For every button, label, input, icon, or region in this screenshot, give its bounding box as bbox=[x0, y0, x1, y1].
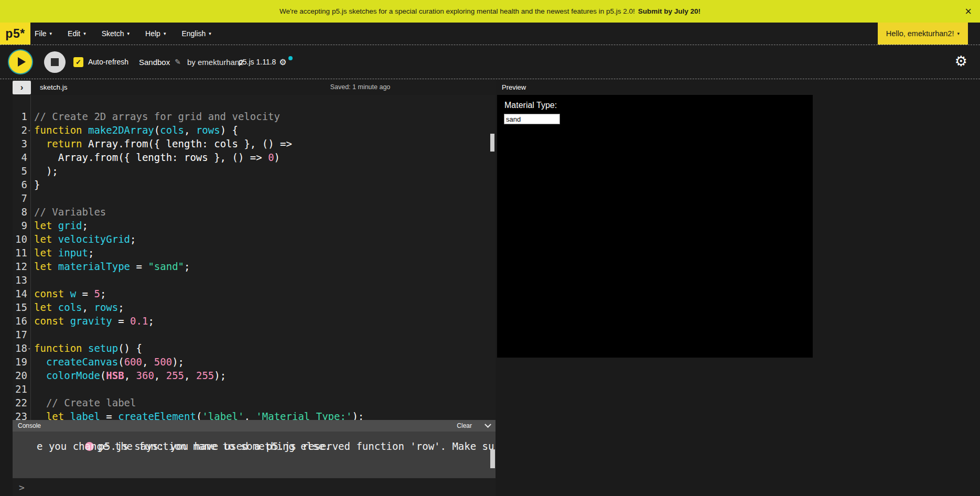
line-number: 3 bbox=[13, 137, 27, 150]
line-number: 7 bbox=[13, 191, 27, 205]
code-text: let input; bbox=[27, 246, 94, 260]
sketch-author-link[interactable]: by emekturhan2 bbox=[187, 58, 244, 67]
line-number: 19 bbox=[13, 355, 27, 369]
console-title: Console bbox=[18, 422, 41, 429]
console-collapse-chevron-icon[interactable] bbox=[484, 421, 491, 428]
console-message-line: + More info: https://p5js.org/reference/… bbox=[37, 467, 496, 478]
version-info: p5.js 1.11.8 ⚙ bbox=[239, 46, 293, 78]
menu-sketch-label: Sketch bbox=[102, 29, 124, 38]
code-text: // Variables bbox=[27, 205, 106, 219]
menu-help-label: Help bbox=[145, 29, 160, 38]
menu-help[interactable]: Help ▾ bbox=[145, 29, 166, 38]
line-number: 11 bbox=[13, 246, 27, 260]
line-number: 1 bbox=[13, 110, 27, 123]
sidebar-expand-button[interactable]: › bbox=[13, 81, 31, 94]
console-panel: Console Clear p5.js says: you have used … bbox=[13, 420, 496, 478]
code-text: const w = 5; bbox=[27, 287, 106, 300]
fold-arrow-icon[interactable]: ▾ bbox=[28, 124, 30, 137]
material-type-label: Material Type: bbox=[504, 101, 557, 110]
code-text: createCanvas(600, 500); bbox=[27, 355, 184, 369]
auto-refresh-control: ✓ Auto-refresh bbox=[73, 46, 128, 78]
menu-file[interactable]: File ▾ bbox=[35, 29, 52, 38]
editor-scrollbar[interactable] bbox=[490, 134, 494, 152]
banner-cta-link[interactable]: Submit by July 20! bbox=[638, 7, 701, 15]
code-line[interactable]: 22 // Create label bbox=[13, 396, 489, 409]
menu-language[interactable]: English ▾ bbox=[181, 29, 211, 38]
code-line[interactable]: 1// Create 2D arrays for grid and veloci… bbox=[13, 110, 489, 123]
menu-list: File ▾ Edit ▾ Sketch ▾ Help ▾ English ▾ bbox=[35, 23, 211, 45]
line-number: 4 bbox=[13, 150, 27, 164]
code-line[interactable]: 12let materialType = "sand"; bbox=[13, 260, 489, 273]
code-text: let label = createElement('label', 'Mate… bbox=[27, 409, 364, 420]
code-line[interactable]: 14const w = 5; bbox=[13, 287, 489, 300]
fold-arrow-icon[interactable]: ▾ bbox=[28, 342, 30, 355]
p5-version-label: p5.js 1.11.8 bbox=[239, 58, 276, 66]
line-number: 16 bbox=[13, 314, 27, 328]
code-line[interactable]: 17 bbox=[13, 328, 489, 341]
code-line[interactable]: 5 ); bbox=[13, 164, 489, 178]
line-number: 20 bbox=[13, 369, 27, 382]
chevron-down-icon: ▾ bbox=[50, 31, 52, 36]
account-dropdown-button[interactable]: Hello, emekturhan2! ▾ bbox=[878, 23, 968, 45]
code-text: colorMode(HSB, 360, 255, 255); bbox=[27, 369, 226, 382]
line-number: 2 bbox=[13, 123, 27, 137]
line-number: 21 bbox=[13, 382, 27, 396]
code-line[interactable]: 8// Variables bbox=[13, 205, 489, 219]
line-number: 9 bbox=[13, 219, 27, 232]
code-text bbox=[27, 382, 34, 396]
menu-file-label: File bbox=[35, 29, 47, 38]
code-line[interactable]: 11let input; bbox=[13, 246, 489, 260]
sketch-info: Sandbox ✎ by emekturhan2 bbox=[139, 46, 244, 78]
tab-sketch-js[interactable]: sketch.js bbox=[40, 79, 68, 95]
menu-edit[interactable]: Edit ▾ bbox=[68, 29, 86, 38]
code-text: function make2DArray(cols, rows) { bbox=[27, 123, 238, 137]
code-line[interactable]: 4 Array.from({ length: rows }, () => 0) bbox=[13, 150, 489, 164]
code-line[interactable]: 10let velocityGrid; bbox=[13, 232, 489, 246]
play-button[interactable] bbox=[9, 50, 32, 73]
code-text: let cols, rows; bbox=[27, 300, 124, 314]
code-text: let grid; bbox=[27, 219, 88, 232]
play-icon bbox=[18, 57, 26, 67]
preview-title: Preview bbox=[502, 79, 526, 95]
chevron-down-icon: ▾ bbox=[957, 31, 960, 36]
code-text: } bbox=[27, 178, 40, 191]
console-clear-button[interactable]: Clear bbox=[457, 422, 472, 429]
code-line[interactable]: 3 return Array.from({ length: cols }, ()… bbox=[13, 137, 489, 150]
line-number: 22 bbox=[13, 396, 27, 409]
announcement-banner: We're accepting p5.js sketches for a spe… bbox=[0, 0, 980, 23]
code-line[interactable]: 18▾function setup() { bbox=[13, 341, 489, 355]
code-editor[interactable]: 1// Create 2D arrays for grid and veloci… bbox=[13, 95, 496, 420]
console-header: Console Clear bbox=[13, 420, 496, 432]
console-scrollbar[interactable] bbox=[490, 449, 495, 468]
code-line[interactable]: 6} bbox=[13, 178, 489, 191]
prompt-chevron: > bbox=[19, 482, 25, 493]
code-line[interactable]: 23 let label = createElement('label', 'M… bbox=[13, 409, 489, 420]
code-line[interactable]: 20 colorMode(HSB, 360, 255, 255); bbox=[13, 369, 489, 382]
version-settings-gear-icon[interactable]: ⚙ bbox=[279, 57, 286, 67]
auto-refresh-checkbox[interactable]: ✓ bbox=[73, 57, 83, 67]
saved-status: Saved: 1 minute ago bbox=[330, 79, 391, 95]
code-line[interactable]: 15let cols, rows; bbox=[13, 300, 489, 314]
code-line[interactable]: 13 bbox=[13, 273, 489, 287]
chevron-down-icon: ▾ bbox=[127, 31, 130, 36]
code-line[interactable]: 19 createCanvas(600, 500); bbox=[13, 355, 489, 369]
edit-sketch-name-icon[interactable]: ✎ bbox=[175, 58, 181, 66]
code-line[interactable]: 21 bbox=[13, 382, 489, 396]
code-line[interactable]: 9let grid; bbox=[13, 219, 489, 232]
p5-logo[interactable]: p5* bbox=[0, 23, 30, 45]
line-number: 12 bbox=[13, 260, 27, 273]
stop-button[interactable] bbox=[44, 51, 66, 73]
line-number: 23 bbox=[13, 409, 27, 420]
sketch-canvas[interactable]: Material Type: bbox=[497, 95, 813, 358]
code-line[interactable]: 2▾function make2DArray(cols, rows) { bbox=[13, 123, 489, 137]
code-line[interactable]: 7 bbox=[13, 191, 489, 205]
code-text: // Create label bbox=[27, 396, 136, 409]
code-lines: 1// Create 2D arrays for grid and veloci… bbox=[13, 110, 489, 420]
banner-text: We're accepting p5.js sketches for a spe… bbox=[279, 7, 635, 15]
code-line[interactable]: 16const gravity = 0.1; bbox=[13, 314, 489, 328]
gear-icon[interactable]: ⚙ bbox=[955, 53, 967, 70]
console-command-line[interactable]: > bbox=[13, 478, 496, 496]
material-type-input[interactable] bbox=[504, 114, 560, 124]
menu-sketch[interactable]: Sketch ▾ bbox=[102, 29, 130, 38]
close-icon[interactable]: × bbox=[965, 6, 972, 17]
